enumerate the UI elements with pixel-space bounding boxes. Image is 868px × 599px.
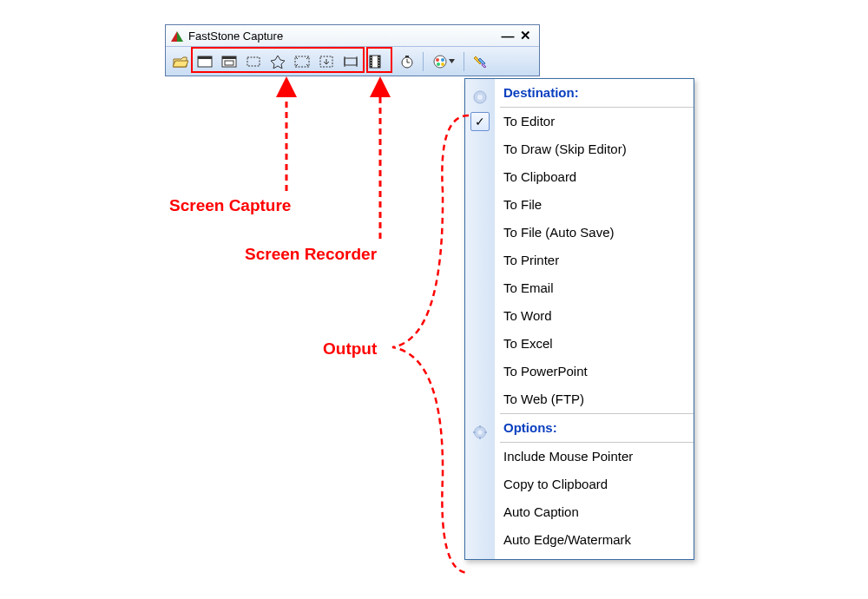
annotation-overlay bbox=[0, 0, 868, 599]
svg-point-27 bbox=[436, 58, 439, 62]
open-file-icon bbox=[173, 55, 188, 69]
svg-rect-16 bbox=[371, 63, 372, 63]
menu-item-label: To File bbox=[503, 197, 542, 212]
toolbar-separator bbox=[391, 52, 391, 71]
titlebar[interactable]: FastStone Capture — ✕ bbox=[166, 25, 539, 46]
delay-timer-button[interactable] bbox=[396, 50, 418, 73]
menu-item-label: To File (Auto Save) bbox=[503, 225, 615, 240]
output-destination-button[interactable] bbox=[428, 50, 459, 73]
svg-rect-25 bbox=[405, 56, 409, 57]
faststone-window: FastStone Capture — ✕ bbox=[165, 24, 540, 76]
screen-recorder-icon bbox=[368, 55, 382, 69]
chevron-down-icon bbox=[449, 59, 455, 63]
output-destination-icon bbox=[433, 55, 447, 69]
capture-fullscreen-button[interactable] bbox=[291, 50, 313, 73]
menu-item-copy-to-clipboard[interactable]: Copy to Clipboard bbox=[465, 471, 694, 498]
svg-rect-8 bbox=[345, 58, 357, 65]
dropdown-section-destination: Destination: bbox=[465, 79, 694, 107]
menu-item-auto-caption[interactable]: Auto Caption bbox=[465, 498, 694, 526]
menu-item-label: Auto Caption bbox=[503, 504, 579, 519]
menu-item-label: To Email bbox=[503, 280, 554, 295]
svg-rect-21 bbox=[378, 65, 379, 66]
menu-item-label: Include Mouse Pointer bbox=[503, 449, 633, 464]
toolbar-separator bbox=[423, 52, 424, 71]
annotation-screen-recorder: Screen Recorder bbox=[245, 245, 377, 264]
menu-item-label: To Web (FTP) bbox=[503, 392, 584, 406]
capture-freehand-button[interactable] bbox=[266, 50, 289, 73]
settings-icon bbox=[473, 55, 487, 69]
capture-freehand-icon bbox=[270, 55, 286, 69]
capture-rect-icon bbox=[246, 56, 261, 68]
menu-item-to-file[interactable]: To File bbox=[465, 191, 694, 219]
svg-rect-5 bbox=[247, 57, 260, 66]
menu-item-to-printer[interactable]: To Printer bbox=[465, 247, 694, 274]
capture-fixed-region-button[interactable] bbox=[339, 50, 362, 73]
svg-rect-20 bbox=[378, 63, 379, 63]
close-button[interactable]: ✕ bbox=[516, 28, 534, 43]
menu-item-label: Copy to Clipboard bbox=[503, 477, 608, 491]
output-dropdown-menu: Destination: ✓ To Editor To Draw (Skip E… bbox=[464, 78, 694, 560]
menu-item-label: To Draw (Skip Editor) bbox=[503, 142, 627, 156]
options-header-label: Options: bbox=[503, 420, 557, 435]
screen-recorder-button[interactable] bbox=[364, 50, 386, 73]
menu-item-label: To Editor bbox=[503, 114, 555, 128]
menu-item-auto-edge-watermark[interactable]: Auto Edge/Watermark bbox=[465, 526, 694, 554]
capture-fullscreen-icon bbox=[294, 56, 310, 68]
capture-object-icon bbox=[221, 56, 237, 68]
menu-item-include-mouse-pointer[interactable]: Include Mouse Pointer bbox=[465, 443, 694, 471]
svg-rect-19 bbox=[378, 60, 379, 61]
window-title: FastStone Capture bbox=[188, 30, 283, 43]
menu-item-label: Auto Edge/Watermark bbox=[503, 532, 631, 547]
menu-item-to-email[interactable]: To Email bbox=[465, 274, 694, 302]
toolbar-separator bbox=[464, 52, 464, 71]
svg-rect-1 bbox=[198, 56, 212, 59]
svg-rect-3 bbox=[222, 56, 236, 59]
minimize-button[interactable]: — bbox=[499, 29, 516, 43]
svg-rect-18 bbox=[378, 57, 379, 58]
annotation-output: Output bbox=[323, 339, 377, 359]
menu-item-to-web-ftp[interactable]: To Web (FTP) bbox=[465, 385, 694, 413]
capture-window-object-button[interactable] bbox=[218, 50, 240, 73]
menu-item-label: To Excel bbox=[503, 336, 553, 351]
check-icon: ✓ bbox=[470, 112, 490, 131]
svg-rect-15 bbox=[371, 60, 372, 61]
open-file-button[interactable] bbox=[169, 50, 192, 73]
menu-item-label: To PowerPoint bbox=[503, 364, 588, 378]
delay-timer-icon bbox=[400, 55, 414, 69]
settings-button[interactable] bbox=[469, 50, 491, 73]
menu-item-label: To Word bbox=[503, 308, 552, 323]
capture-scrolling-icon bbox=[319, 56, 334, 68]
app-logo-icon bbox=[171, 30, 183, 42]
menu-item-to-clipboard[interactable]: To Clipboard bbox=[465, 163, 694, 191]
menu-item-to-editor[interactable]: ✓ To Editor bbox=[465, 108, 694, 135]
capture-window-icon bbox=[197, 56, 213, 68]
dropdown-section-options: Options: bbox=[465, 414, 694, 442]
destination-header-icon bbox=[473, 86, 487, 100]
menu-item-to-draw[interactable]: To Draw (Skip Editor) bbox=[465, 135, 694, 163]
capture-rectangle-button[interactable] bbox=[242, 50, 265, 73]
menu-item-to-powerpoint[interactable]: To PowerPoint bbox=[465, 358, 694, 385]
svg-point-29 bbox=[437, 63, 440, 66]
annotation-screen-capture: Screen Capture bbox=[169, 196, 291, 215]
menu-item-to-file-autosave[interactable]: To File (Auto Save) bbox=[465, 219, 694, 247]
svg-point-26 bbox=[434, 56, 446, 68]
menu-item-label: To Clipboard bbox=[503, 169, 576, 184]
capture-fixed-icon bbox=[343, 56, 358, 68]
options-header-icon bbox=[473, 421, 487, 435]
svg-point-34 bbox=[478, 431, 483, 435]
menu-item-to-excel[interactable]: To Excel bbox=[465, 330, 694, 358]
capture-active-window-button[interactable] bbox=[194, 50, 216, 73]
svg-point-32 bbox=[477, 95, 483, 100]
svg-point-30 bbox=[441, 63, 444, 66]
menu-item-label: To Printer bbox=[503, 253, 559, 267]
svg-rect-17 bbox=[371, 65, 372, 66]
svg-point-28 bbox=[441, 58, 444, 62]
destination-header-label: Destination: bbox=[503, 85, 579, 100]
menu-item-to-word[interactable]: To Word bbox=[465, 302, 694, 330]
svg-rect-14 bbox=[371, 57, 372, 58]
capture-scrolling-button[interactable] bbox=[315, 50, 338, 73]
toolbar bbox=[166, 46, 539, 76]
